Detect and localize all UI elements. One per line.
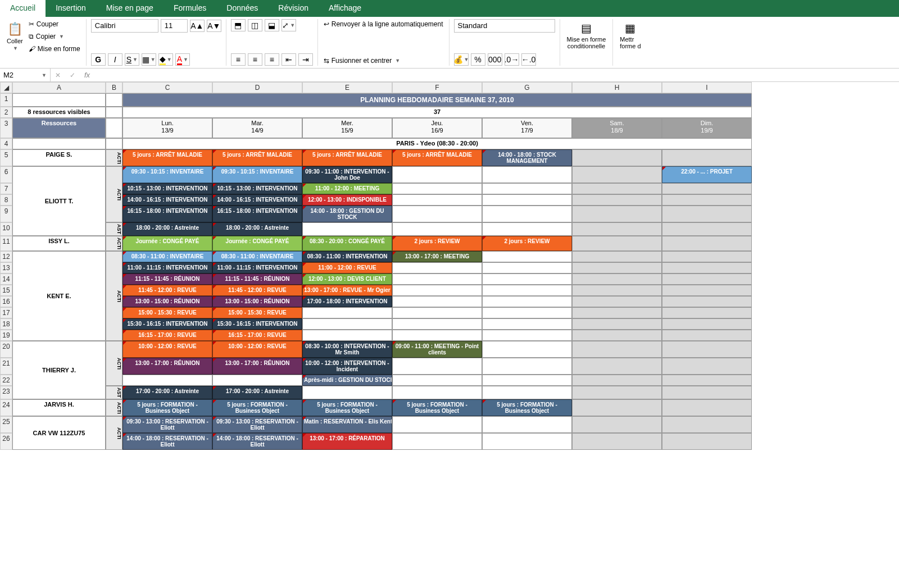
col-header[interactable]: D: [212, 82, 302, 93]
activity-label[interactable]: ACTI: [106, 341, 122, 386]
event[interactable]: 11:00 - 11:15 : INTERVENTION: [122, 262, 212, 274]
event[interactable]: 11:00 - 12:00 : REVUE: [302, 262, 392, 274]
merge-center-button[interactable]: ⇆Fusionner et centrer▼: [323, 56, 444, 66]
day-header[interactable]: Lun.13/9: [122, 118, 212, 138]
event[interactable]: 09:00 - 11:00 : MEETING - Point clients: [392, 341, 482, 358]
event[interactable]: 14:00 - 16:15 : INTERVENTION: [212, 194, 302, 206]
increase-decimal-button[interactable]: .0→: [505, 53, 519, 66]
row-header[interactable]: 14: [0, 274, 12, 285]
event[interactable]: 14:00 - 18:00 : RESERVATION - Eliott: [122, 433, 212, 450]
decrease-indent-button[interactable]: ⇤: [281, 53, 296, 66]
event[interactable]: 08:30 - 10:00 : INTERVENTION - Mr Smith: [302, 341, 392, 358]
increase-font-button[interactable]: A▲: [190, 20, 205, 32]
event[interactable]: 16:15 - 18:00 : INTERVENTION: [122, 206, 212, 222]
row-header[interactable]: 3: [0, 118, 12, 138]
fx-icon[interactable]: fx: [80, 71, 94, 79]
select-all-corner[interactable]: ◢: [0, 82, 12, 93]
event[interactable]: 08:30 - 11:00 : INTERVENTION: [302, 251, 392, 262]
event[interactable]: 08:30 - 11:00 : INVENTAIRE: [122, 251, 212, 262]
name-box[interactable]: M2▼: [0, 69, 51, 81]
event[interactable]: 09:30 - 10:15 : INVENTAIRE: [212, 166, 302, 183]
event[interactable]: 13:00 - 17:00 : MEETING: [392, 251, 482, 262]
event[interactable]: 5 jours : ARRÊT MALADIE: [212, 149, 302, 166]
event[interactable]: 5 jours : ARRÊT MALADIE: [122, 149, 212, 166]
orientation-button[interactable]: ⤢▼: [281, 19, 296, 31]
row-header[interactable]: 8: [0, 194, 12, 206]
col-header[interactable]: G: [482, 82, 572, 93]
resources-header[interactable]: Ressources: [12, 118, 106, 138]
font-color-button[interactable]: A▼: [175, 53, 190, 66]
event[interactable]: 14:00 - 16:15 : INTERVENTION: [122, 194, 212, 206]
activity-label[interactable]: ACTI: [106, 166, 122, 222]
day-header[interactable]: Dim.19/9: [662, 118, 752, 138]
align-center-button[interactable]: ≡: [248, 53, 262, 66]
event[interactable]: 13:00 - 17:00 : RÉUNION: [122, 358, 212, 375]
row-header[interactable]: 21: [0, 358, 12, 375]
paste-button[interactable]: 📋Coller▼: [4, 20, 25, 53]
event[interactable]: 5 jours : FORMATION - Business Object: [482, 399, 572, 416]
resource-name[interactable]: ISSY L.: [12, 236, 106, 251]
site-cell[interactable]: PARIS - Ydeo (08:30 - 20:00): [122, 138, 752, 149]
row-header[interactable]: 20: [0, 341, 12, 358]
tab-mise-en-page[interactable]: Mise en page: [96, 0, 164, 17]
event[interactable]: 14:00 - 18:00 : GESTION DU STOCK: [302, 206, 392, 222]
event[interactable]: Après-midi : GESTION DU STOCK: [302, 375, 392, 386]
event[interactable]: 13:00 - 15:00 : RÉUNION: [212, 296, 302, 307]
activity-label[interactable]: ACTI: [106, 149, 122, 166]
row-header[interactable]: 7: [0, 183, 12, 194]
event[interactable]: 13:00 - 17:00 : REVUE - Mr Ogier: [302, 285, 392, 296]
day-header[interactable]: Mar.14/9: [212, 118, 302, 138]
font-size-select[interactable]: 11: [161, 19, 188, 33]
event[interactable]: 09:30 - 11:00 : INTERVENTION - John Doe: [302, 166, 392, 183]
event[interactable]: 10:15 - 13:00 : INTERVENTION: [212, 183, 302, 194]
visible-resources[interactable]: 8 ressources visibles: [12, 107, 106, 118]
event[interactable]: 14:00 - 18:00 : STOCK MANAGEMENT: [482, 149, 572, 166]
event[interactable]: 17:00 - 20:00 : Astreinte: [212, 386, 302, 399]
row-header[interactable]: 23: [0, 386, 12, 399]
event[interactable]: 5 jours : ARRÊT MALADIE: [302, 149, 392, 166]
resource-name[interactable]: JARVIS H.: [12, 399, 106, 416]
event[interactable]: 17:00 - 20:00 : Astreinte: [122, 386, 212, 399]
row-header[interactable]: 11: [0, 236, 12, 251]
astreinte-label[interactable]: AST: [106, 222, 122, 236]
conditional-formatting-button[interactable]: ▤Mise en forme conditionnelle: [565, 19, 609, 52]
tab-revision[interactable]: Révision: [268, 0, 319, 17]
tab-affichage[interactable]: Affichage: [319, 0, 371, 17]
resource-name[interactable]: CAR VW 112ZU75: [12, 416, 106, 450]
currency-button[interactable]: 💰▼: [454, 53, 469, 66]
col-header[interactable]: C: [122, 82, 212, 93]
event[interactable]: 22:00 - ... : PROJET: [662, 166, 752, 183]
col-header[interactable]: B: [106, 82, 122, 93]
day-header[interactable]: Ven.17/9: [482, 118, 572, 138]
event[interactable]: 16:15 - 17:00 : REVUE: [212, 330, 302, 341]
event[interactable]: 16:15 - 18:00 : INTERVENTION: [212, 206, 302, 222]
event[interactable]: 15:00 - 15:30 : REVUE: [122, 307, 212, 318]
row-header[interactable]: 24: [0, 399, 12, 416]
col-header[interactable]: E: [302, 82, 392, 93]
event[interactable]: 10:00 - 12:00 : REVUE: [212, 341, 302, 358]
event[interactable]: 15:30 - 16:15 : INTERVENTION: [122, 318, 212, 330]
event[interactable]: 10:00 - 12:00 : INTERVENTION - Incident: [302, 358, 392, 375]
row-header[interactable]: 5: [0, 149, 12, 166]
row-header[interactable]: 9: [0, 206, 12, 222]
row-header[interactable]: 18: [0, 318, 12, 330]
cut-button[interactable]: ✂Couper: [28, 19, 81, 29]
event[interactable]: 17:00 - 18:00 : INTERVENTION: [302, 296, 392, 307]
event[interactable]: 08:30 - 11:00 : INVENTAIRE: [212, 251, 302, 262]
astreinte-label[interactable]: AST: [106, 386, 122, 399]
wrap-text-button[interactable]: ↩Renvoyer à la ligne automatiquement: [323, 19, 444, 29]
col-header[interactable]: F: [392, 82, 482, 93]
col-header[interactable]: I: [662, 82, 752, 93]
spreadsheet-grid[interactable]: ◢ A B C D E F G H I 1 PLANNING HEBDOMADA…: [0, 82, 899, 450]
event[interactable]: Matin : RESERVATION - Elis Kent: [302, 416, 392, 433]
align-top-button[interactable]: ⬒: [231, 19, 246, 31]
enter-icon[interactable]: ✓: [65, 71, 80, 79]
title-cell[interactable]: PLANNING HEBDOMADAIRE SEMAINE 37, 2010: [122, 93, 752, 107]
day-header[interactable]: Sam.18/9: [572, 118, 662, 138]
event[interactable]: 10:15 - 13:00 : INTERVENTION: [122, 183, 212, 194]
percent-button[interactable]: %: [471, 53, 485, 66]
row-header[interactable]: 26: [0, 433, 12, 450]
event[interactable]: 5 jours : FORMATION - Business Object: [122, 399, 212, 416]
event[interactable]: 12:00 - 13:00 : DEVIS CLIENT: [302, 274, 392, 285]
event[interactable]: 12:00 - 13:00 : INDISPONIBLE: [302, 194, 392, 206]
